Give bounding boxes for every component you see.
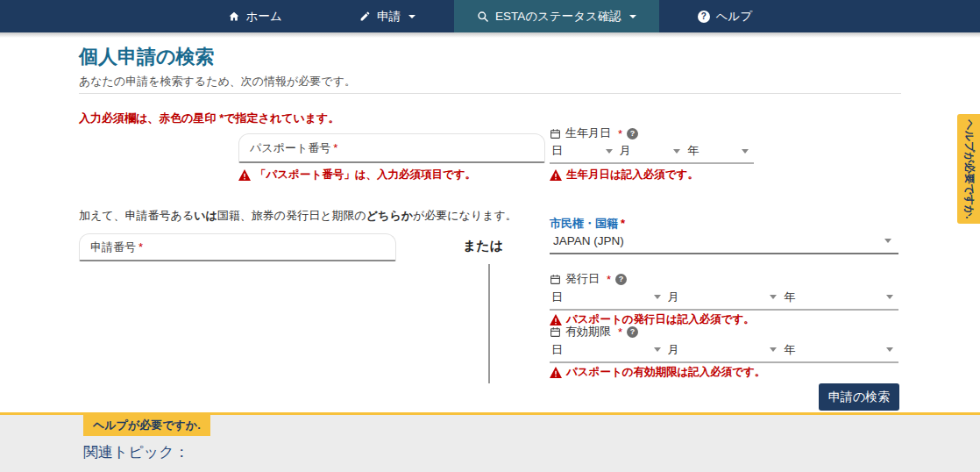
nav-item-label: ヘルプ [716,9,752,25]
birth-day-select[interactable]: 日 [550,143,618,162]
section-divider [79,93,901,94]
required-asterisk: * [618,127,622,140]
issue-day-select[interactable]: 日 [550,289,666,309]
required-asterisk: * [333,141,337,154]
page-title: 個人申請の検索 [79,44,215,70]
chevron-down-icon [886,347,893,352]
esta-individual-search-page: ホーム 申請 ESTAのステータス確認 ? ヘルプ 個人申請の検索 あなたの申請… [0,0,980,472]
birth-month-select[interactable]: 月 [618,143,686,162]
related-topics-label: 関連トピック： [83,442,189,462]
citizenship-value: JAPAN (JPN) [553,234,624,247]
passport-number-field[interactable]: パスポート番号* [238,133,545,163]
top-navbar: ホーム 申請 ESTAのステータス確認 ? ヘルプ [0,0,980,32]
passport-number-label: パスポート番号* [250,140,337,156]
or-label: または [463,238,503,254]
home-icon [228,11,240,22]
warning-triangle-icon [550,367,562,378]
required-fields-notice: 入力必須欄は、赤色の星印 *で指定されています。 [79,111,339,126]
expiration-date-selects: 日 月 年 [550,341,898,363]
chevron-down-icon [654,295,661,299]
nav-item-esta-status[interactable]: ESTAのステータス確認 [454,0,659,32]
warning-triangle-icon [238,169,251,181]
expiration-month-select[interactable]: 月 [666,341,783,361]
issue-year-select[interactable]: 年 [782,289,898,309]
vertical-divider [488,264,490,383]
navbar-shadow [0,32,980,38]
chevron-down-icon [673,149,680,154]
nav-item-label: 申請 [377,9,401,25]
warning-triangle-icon [550,169,562,181]
calendar-icon [550,326,561,338]
birth-date-selects: 日 月 年 [550,143,754,164]
expiration-date-label: 有効期限* ? [550,324,638,340]
required-asterisk: * [621,217,625,230]
nav-item-application[interactable]: 申請 [321,0,454,32]
issue-month-select[interactable]: 月 [666,289,783,309]
page-subtitle: あなたの申請を検索するため、次の情報が必要です。 [79,74,356,89]
nav-item-label: ESTAのステータス確認 [495,9,621,25]
chevron-down-icon [742,149,749,154]
citizenship-label: 市民権・国籍* [550,216,625,232]
calendar-icon [550,274,561,285]
issue-date-label: 発行日* ? [550,271,627,287]
help-circle-icon[interactable]: ? [627,128,638,139]
expiration-date-error: パスポートの有効期限は記入必須です。 [550,365,765,380]
application-number-label: 申請番号* [90,240,143,255]
chevron-down-icon [606,149,613,154]
chevron-down-icon [654,347,661,352]
help-side-tab-label: ヘルプが必要ですか. [962,119,976,218]
required-asterisk: * [138,240,143,254]
issue-date-selects: 日 月 年 [550,289,898,311]
calendar-icon [550,128,561,139]
expiration-year-select[interactable]: 年 [782,341,898,361]
pencil-icon [359,11,371,22]
help-circle-icon[interactable]: ? [627,326,638,338]
nav-item-help[interactable]: ? ヘルプ [659,0,791,32]
chevron-down-icon [770,295,777,299]
help-circle-icon: ? [698,11,710,23]
application-number-field[interactable]: 申請番号* [79,233,396,261]
birth-date-label: 生年月日* ? [550,125,638,141]
search-application-button[interactable]: 申請の検索 [819,383,899,411]
footer-help-heading[interactable]: ヘルプが必要ですか. [83,415,210,436]
chevron-down-icon [408,15,415,18]
expiration-day-select[interactable]: 日 [550,341,666,361]
chevron-down-icon [886,295,893,299]
help-circle-icon[interactable]: ? [615,274,627,285]
additional-requirements-note: 加えて、申請番号あるいは国籍、旅券の発行日と期限のどちらかが必要になります。 [79,208,517,224]
help-side-tab[interactable]: ヘルプが必要ですか. [957,114,980,224]
chevron-down-icon [629,15,636,18]
nav-item-home[interactable]: ホーム [189,0,321,32]
required-asterisk: * [618,325,622,339]
birth-year-select[interactable]: 年 [685,143,754,162]
required-asterisk: * [607,273,611,286]
chevron-down-icon [884,239,891,243]
citizenship-select[interactable]: JAPAN (JPN) [550,232,898,254]
chevron-down-icon [770,347,777,352]
birth-date-error: 生年月日は記入必須です。 [550,168,699,182]
nav-item-label: ホーム [246,9,282,25]
footer: ヘルプが必要ですか. 関連トピック： [0,412,980,472]
search-icon [477,11,489,23]
passport-number-error: 「パスポート番号」は、入力必須項目です。 [238,168,476,182]
